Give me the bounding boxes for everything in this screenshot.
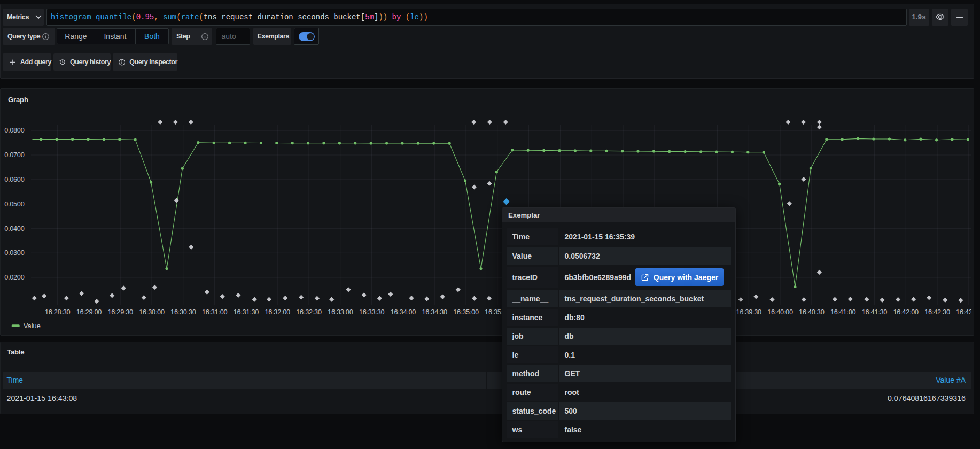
svg-text:0.0700: 0.0700 bbox=[4, 151, 25, 159]
svg-text:0.0600: 0.0600 bbox=[4, 175, 25, 183]
svg-text:16:28:30: 16:28:30 bbox=[45, 308, 71, 316]
svg-text:16:30:30: 16:30:30 bbox=[170, 308, 196, 316]
svg-text:16:33:00: 16:33:00 bbox=[328, 308, 353, 316]
svg-text:16:42:00: 16:42:00 bbox=[893, 308, 919, 316]
svg-text:16:33:30: 16:33:30 bbox=[359, 308, 385, 316]
svg-text:16:41:00: 16:41:00 bbox=[830, 308, 856, 316]
svg-text:16:34:30: 16:34:30 bbox=[422, 308, 447, 316]
svg-text:Value: Value bbox=[24, 322, 41, 330]
svg-text:16:29:30: 16:29:30 bbox=[107, 308, 133, 316]
svg-text:0.0800: 0.0800 bbox=[4, 126, 25, 134]
svg-text:16:30:00: 16:30:00 bbox=[139, 308, 165, 316]
svg-text:16:29:00: 16:29:00 bbox=[76, 308, 102, 316]
svg-text:16:31:30: 16:31:30 bbox=[234, 308, 259, 316]
svg-text:16:34:00: 16:34:00 bbox=[391, 308, 416, 316]
svg-text:16:43:00: 16:43:00 bbox=[956, 308, 971, 316]
svg-text:0.0200: 0.0200 bbox=[4, 273, 25, 281]
svg-text:16:31:00: 16:31:00 bbox=[202, 308, 228, 316]
svg-text:16:41:30: 16:41:30 bbox=[862, 308, 888, 316]
svg-text:16:40:30: 16:40:30 bbox=[799, 308, 825, 316]
svg-text:0.0500: 0.0500 bbox=[4, 200, 25, 208]
svg-text:16:32:30: 16:32:30 bbox=[296, 308, 322, 316]
svg-text:16:39:30: 16:39:30 bbox=[736, 308, 761, 316]
svg-text:0.0400: 0.0400 bbox=[4, 224, 25, 233]
svg-text:16:35:00: 16:35:00 bbox=[453, 308, 479, 316]
svg-text:16:42:30: 16:42:30 bbox=[924, 308, 950, 316]
svg-text:16:32:00: 16:32:00 bbox=[265, 308, 290, 316]
svg-text:16:40:00: 16:40:00 bbox=[767, 308, 793, 316]
svg-text:0.0300: 0.0300 bbox=[4, 249, 25, 257]
